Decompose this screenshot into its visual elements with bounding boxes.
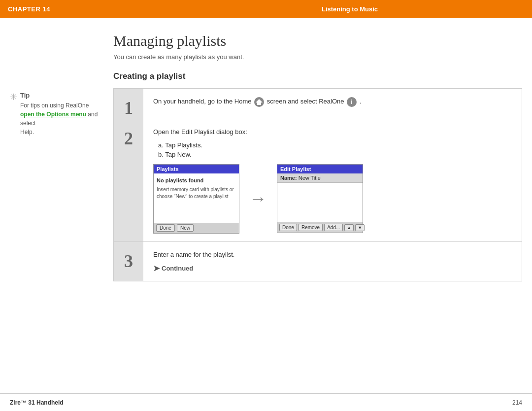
edit-remove-button[interactable]: Remove — [299, 224, 323, 231]
step-2-content: Open the Edit Playlist dialog box: a. Ta… — [143, 119, 522, 241]
step-1-text-after: screen and select RealOne — [267, 98, 344, 105]
sidebar: ✳ Tip For tips on using RealOne open the… — [10, 33, 108, 281]
svg-text:i: i — [351, 99, 352, 105]
edit-playlist-footer: Done Remove Add... ▲ ▼ — [277, 222, 363, 233]
tip-content: Tip For tips on using RealOne open the O… — [20, 92, 103, 137]
step-1-row: 1 On your handheld, go to the Home — [114, 89, 522, 119]
edit-playlist-screen: Edit Playlist Name: New Title Done Remov… — [277, 164, 363, 233]
edit-down-button[interactable]: ▼ — [355, 224, 365, 231]
step-2-text: Open the Edit Playlist dialog box: — [153, 127, 512, 137]
playlists-desc: Insert memory card with playlists or cho… — [157, 186, 236, 200]
step-3-number: 3 — [114, 242, 143, 281]
tip-text-line1: For tips on using RealOne — [20, 102, 89, 109]
tip-container: ✳ Tip For tips on using RealOne open the… — [10, 92, 103, 137]
section-heading: Creating a playlist — [113, 71, 522, 81]
footer-device: Zire™ 31 Handheld — [10, 399, 64, 406]
edit-playlist-body — [277, 183, 363, 222]
realone-icon: i — [347, 97, 357, 107]
continued-label: ➤ Continued — [153, 264, 512, 273]
edit-up-button[interactable]: ▲ — [344, 224, 354, 231]
content-area: Managing playlists You can create as man… — [108, 33, 522, 281]
page-title: Managing playlists — [113, 33, 522, 49]
tip-text: For tips on using RealOne open the Optio… — [20, 101, 103, 137]
tip-link-text[interactable]: open the Options menu — [20, 111, 86, 118]
no-playlists-text: No playlists found — [157, 177, 236, 183]
step-3-text: Enter a name for the playlist. — [153, 250, 512, 260]
tip-star-icon: ✳ — [10, 92, 17, 103]
home-icon — [254, 97, 264, 107]
playlists-body: No playlists found Insert memory card wi… — [154, 173, 239, 223]
edit-name-row: Name: New Title — [277, 173, 363, 183]
chapter-label: CHAPTER 14 — [0, 5, 167, 13]
step-2-sub-a: a. Tap Playlists. — [158, 141, 512, 149]
main-content: ✳ Tip For tips on using RealOne open the… — [0, 18, 532, 291]
step-2-row: 2 Open the Edit Playlist dialog box: a. … — [114, 119, 522, 242]
steps-container: 1 On your handheld, go to the Home — [113, 88, 522, 281]
illustration-area: Playlists No playlists found Insert memo… — [153, 164, 512, 234]
step-3-content: Enter a name for the playlist. ➤ Continu… — [143, 242, 522, 281]
playlists-new-button[interactable]: New — [177, 224, 194, 232]
playlists-footer: Done New — [154, 223, 239, 233]
step-1-text-before: On your handheld, go to the Home — [153, 98, 251, 105]
edit-name-label: Name: — [280, 175, 297, 181]
footer-page-number: 214 — [512, 399, 522, 406]
step-1-content: On your handheld, go to the Home screen … — [143, 89, 522, 119]
step-1-number: 1 — [114, 89, 143, 119]
arrow-right-icon: → — [249, 188, 267, 209]
svg-rect-2 — [257, 103, 261, 105]
footer-bar: Zire™ 31 Handheld 214 — [0, 393, 532, 411]
edit-name-value: New Title — [299, 175, 321, 181]
page-subtitle: You can create as many playlists as you … — [113, 53, 522, 61]
playlists-screen: Playlists No playlists found Insert memo… — [153, 164, 239, 234]
step-3-row: 3 Enter a name for the playlist. ➤ Conti… — [114, 242, 522, 281]
edit-playlist-header: Edit Playlist — [277, 165, 363, 173]
playlists-header: Playlists — [154, 165, 239, 173]
tip-label: Tip — [20, 92, 103, 99]
tip-text-line3: Help. — [20, 129, 34, 136]
header-bar: CHAPTER 14 Listening to Music — [0, 0, 532, 18]
continued-text: Continued — [162, 265, 193, 272]
step-1-text: On your handheld, go to the Home screen … — [153, 97, 512, 107]
step-2-number: 2 — [114, 119, 143, 241]
section-title: Listening to Music — [167, 5, 532, 13]
edit-done-button[interactable]: Done — [279, 224, 297, 231]
playlists-done-button[interactable]: Done — [156, 224, 175, 232]
continued-arrow-icon: ➤ — [153, 264, 160, 273]
edit-add-button[interactable]: Add... — [324, 224, 343, 231]
step-1-period: . — [360, 98, 362, 105]
step-2-sub-b: b. Tap New. — [158, 151, 512, 158]
